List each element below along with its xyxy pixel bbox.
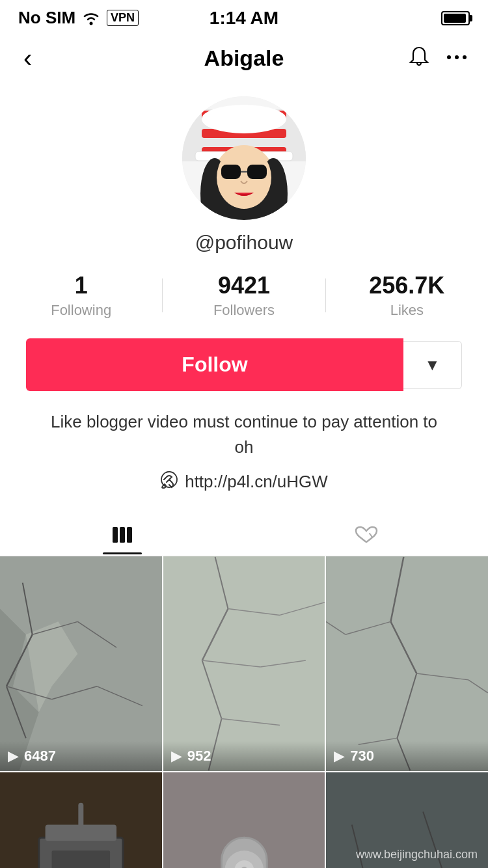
- video-overlay-1: ▶ 952: [163, 741, 325, 771]
- follow-button[interactable]: Follow: [26, 338, 403, 391]
- svg-rect-56: [52, 850, 111, 868]
- view-count-0: 6487: [24, 748, 56, 765]
- play-icon-2: ▶: [334, 748, 345, 765]
- status-right: [441, 11, 470, 25]
- likes-count: 256.7K: [369, 272, 444, 299]
- status-time: 1:14 AM: [210, 8, 278, 29]
- video-cell-2[interactable]: ▶ 730: [326, 556, 488, 771]
- crack-bg-5: [326, 772, 488, 868]
- wifi-icon: [82, 11, 100, 25]
- svg-point-2: [455, 55, 459, 59]
- svg-rect-21: [120, 527, 125, 543]
- svg-rect-34: [163, 557, 325, 770]
- stats-row: 1 Following 9421 Followers 256.7K Likes: [0, 272, 488, 319]
- grid-icon: [110, 526, 135, 544]
- svg-rect-22: [127, 527, 132, 543]
- dropdown-icon: ▼: [425, 356, 441, 374]
- svg-point-1: [447, 55, 451, 59]
- vpn-badge: VPN: [107, 10, 139, 26]
- video-grid: ▶ 6487 ▶ 952: [0, 556, 488, 868]
- tab-videos[interactable]: [0, 514, 244, 554]
- dropdown-button[interactable]: ▼: [403, 341, 462, 389]
- battery-icon: [441, 11, 470, 25]
- crack-bg-0: [0, 556, 162, 771]
- stat-likes[interactable]: 256.7K Likes: [326, 272, 488, 319]
- video-overlay-2: ▶ 730: [326, 741, 488, 771]
- video-cell-5[interactable]: [326, 772, 488, 868]
- status-bar: No SIM VPN 1:14 AM: [0, 0, 488, 33]
- link-icon: [160, 470, 178, 493]
- status-left: No SIM VPN: [18, 8, 139, 28]
- crack-bg-1: [163, 556, 325, 771]
- avatar: [182, 96, 306, 220]
- svg-rect-58: [46, 824, 116, 841]
- bell-icon[interactable]: [407, 46, 431, 72]
- video-cell-0[interactable]: ▶ 6487: [0, 556, 162, 771]
- video-cell-4[interactable]: [163, 772, 325, 868]
- svg-point-10: [202, 105, 286, 133]
- svg-point-0: [90, 21, 93, 25]
- video-cell-1[interactable]: ▶ 952: [163, 556, 325, 771]
- crack-bg-2: [326, 556, 488, 771]
- video-overlay-0: ▶ 6487: [0, 741, 162, 771]
- video-cell-3[interactable]: [0, 772, 162, 868]
- svg-point-3: [463, 55, 467, 59]
- username: @pofihouw: [195, 232, 293, 254]
- svg-rect-20: [113, 527, 118, 543]
- view-count-1: 952: [187, 748, 211, 765]
- followers-count: 9421: [218, 272, 270, 299]
- following-label: Following: [51, 302, 111, 319]
- header-icons: [407, 46, 468, 72]
- likes-label: Likes: [390, 302, 424, 319]
- page-title: Abigale: [204, 46, 284, 71]
- profile-section: @pofihouw 1 Following 9421 Followers 256…: [0, 83, 488, 513]
- stat-following[interactable]: 1 Following: [0, 272, 162, 319]
- header: ‹ Abigale: [0, 33, 488, 83]
- bio-text: Like blogger video must continue to pay …: [0, 409, 488, 460]
- follow-row: Follow ▼: [0, 338, 488, 391]
- svg-rect-65: [326, 773, 488, 868]
- following-count: 1: [75, 272, 88, 299]
- more-options-icon[interactable]: [445, 46, 468, 72]
- crack-bg-4: [163, 772, 325, 868]
- svg-rect-44: [326, 557, 488, 770]
- view-count-2: 730: [350, 748, 374, 765]
- crack-bg-3: [0, 772, 162, 868]
- svg-rect-16: [221, 165, 241, 179]
- tabs-row: [0, 513, 488, 556]
- carrier-text: No SIM: [18, 8, 75, 28]
- bio-link[interactable]: http://p4l.cn/uHGW: [160, 470, 328, 493]
- tab-liked[interactable]: [244, 513, 488, 556]
- play-icon-1: ▶: [171, 748, 182, 765]
- followers-label: Followers: [213, 302, 275, 319]
- back-button[interactable]: ‹: [20, 40, 36, 77]
- liked-icon: [354, 524, 379, 545]
- bio-link-text: http://p4l.cn/uHGW: [185, 472, 328, 492]
- stat-followers[interactable]: 9421 Followers: [163, 272, 325, 319]
- svg-rect-17: [247, 165, 267, 179]
- play-icon-0: ▶: [8, 748, 19, 765]
